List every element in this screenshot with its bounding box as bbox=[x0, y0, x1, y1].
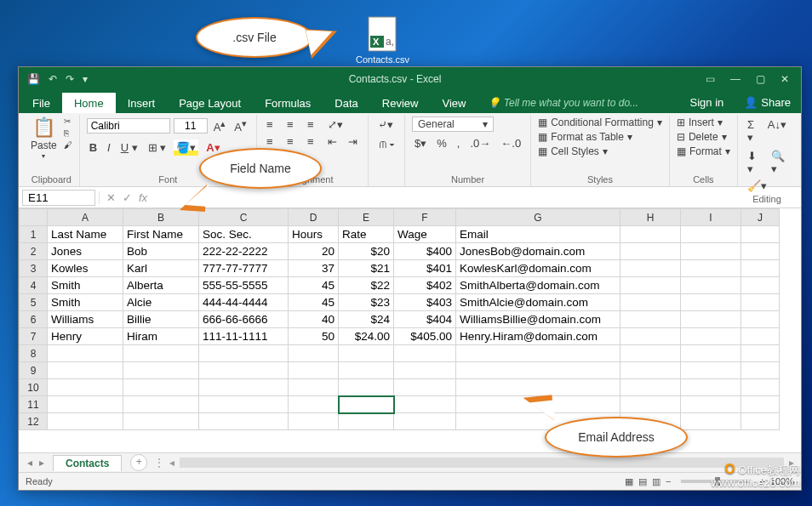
name-box[interactable] bbox=[22, 190, 95, 206]
decrease-decimal-icon[interactable]: ←.0 bbox=[498, 135, 523, 151]
cell-header[interactable]: Rate bbox=[339, 226, 394, 243]
cell[interactable] bbox=[741, 345, 780, 362]
cell[interactable]: Hiram bbox=[123, 328, 199, 345]
cell[interactable] bbox=[620, 311, 681, 328]
cell[interactable] bbox=[123, 413, 199, 430]
cell[interactable] bbox=[741, 260, 780, 277]
normal-view-icon[interactable]: ▦ bbox=[625, 476, 633, 487]
cell[interactable]: 37 bbox=[289, 260, 339, 277]
cell[interactable] bbox=[289, 379, 339, 396]
increase-font-icon[interactable]: A▴ bbox=[211, 117, 229, 135]
cell[interactable] bbox=[339, 396, 394, 413]
find-select-icon[interactable]: 🔍▾ bbox=[769, 148, 789, 177]
next-sheet-icon[interactable]: ▸ bbox=[39, 457, 44, 469]
cell[interactable] bbox=[456, 345, 620, 362]
italic-button[interactable]: I bbox=[105, 139, 113, 156]
cell[interactable] bbox=[620, 243, 681, 260]
tab-page-layout[interactable]: Page Layout bbox=[167, 93, 253, 113]
cell-header[interactable]: Wage bbox=[394, 226, 456, 243]
fx-icon[interactable]: fx bbox=[139, 191, 147, 204]
row-header-5[interactable]: 5 bbox=[20, 294, 48, 311]
cell[interactable] bbox=[741, 413, 780, 430]
cell[interactable] bbox=[394, 396, 456, 413]
cell[interactable] bbox=[620, 362, 681, 379]
cell[interactable]: $401 bbox=[394, 260, 456, 277]
zoom-out-icon[interactable]: − bbox=[666, 476, 671, 486]
cell[interactable] bbox=[123, 345, 199, 362]
cell[interactable] bbox=[681, 243, 741, 260]
cell[interactable]: SmithAlberta@domain.com bbox=[456, 277, 620, 294]
desktop-file[interactable]: Xa, Contacts.csv bbox=[356, 15, 409, 65]
cell[interactable]: 777-77-7777 bbox=[199, 260, 289, 277]
merge-center-icon[interactable]: ⫙▾ bbox=[375, 136, 397, 152]
copy-icon[interactable]: ⎘ bbox=[64, 128, 72, 138]
col-header-D[interactable]: D bbox=[289, 209, 339, 226]
cell[interactable]: $403 bbox=[394, 294, 456, 311]
cell[interactable] bbox=[681, 413, 741, 430]
font-size-input[interactable] bbox=[174, 118, 208, 134]
cell[interactable] bbox=[681, 345, 741, 362]
row-header-12[interactable]: 12 bbox=[20, 413, 48, 430]
cell[interactable] bbox=[681, 294, 741, 311]
cell-header[interactable]: Hours bbox=[289, 226, 339, 243]
col-header-B[interactable]: B bbox=[123, 209, 199, 226]
page-break-view-icon[interactable]: ▥ bbox=[652, 476, 660, 487]
qat-customize-icon[interactable]: ▾ bbox=[83, 73, 88, 85]
cancel-formula-icon[interactable]: ✕ bbox=[106, 191, 116, 204]
worksheet[interactable]: ABCDEFGHIJ1Last NameFirst NameSoc. Sec.H… bbox=[19, 208, 801, 452]
cell[interactable] bbox=[48, 413, 123, 430]
orientation-icon[interactable]: ⤢▾ bbox=[325, 117, 340, 132]
cell[interactable]: 111-11-1111 bbox=[199, 328, 289, 345]
cell[interactable] bbox=[123, 396, 199, 413]
sign-in[interactable]: Sign in bbox=[680, 92, 735, 113]
increase-decimal-icon[interactable]: .0→ bbox=[467, 135, 493, 151]
fill-icon[interactable]: ⬇ ▾ bbox=[745, 148, 764, 177]
cell[interactable] bbox=[48, 379, 123, 396]
row-header-3[interactable]: 3 bbox=[20, 260, 48, 277]
tab-data[interactable]: Data bbox=[323, 93, 369, 113]
col-header-G[interactable]: G bbox=[456, 209, 620, 226]
cell[interactable]: 444-44-4444 bbox=[199, 294, 289, 311]
cell[interactable]: KowlesKarl@domain.com bbox=[456, 260, 620, 277]
cell[interactable] bbox=[456, 379, 620, 396]
cell[interactable]: $405.00 bbox=[394, 328, 456, 345]
row-header-2[interactable]: 2 bbox=[20, 243, 48, 260]
align-center-icon[interactable]: ≡ bbox=[284, 134, 300, 149]
col-header-I[interactable]: I bbox=[681, 209, 741, 226]
row-header-10[interactable]: 10 bbox=[20, 379, 48, 396]
sort-filter-icon[interactable]: A↓▾ bbox=[765, 117, 789, 145]
select-all-cell[interactable] bbox=[20, 209, 48, 226]
insert-cells-button[interactable]: ⊞Insert ▾ bbox=[677, 117, 730, 128]
row-header-7[interactable]: 7 bbox=[20, 328, 48, 345]
sheet-tab-contacts[interactable]: Contacts bbox=[53, 455, 122, 471]
comma-icon[interactable]: , bbox=[455, 135, 463, 151]
cell[interactable] bbox=[394, 362, 456, 379]
col-header-E[interactable]: E bbox=[339, 209, 394, 226]
cell[interactable]: 666-66-6666 bbox=[199, 311, 289, 328]
cell[interactable] bbox=[741, 328, 780, 345]
decrease-indent-icon[interactable]: ⇤ bbox=[325, 134, 340, 149]
cell[interactable]: 45 bbox=[289, 277, 339, 294]
tab-review[interactable]: Review bbox=[370, 93, 431, 113]
row-header-1[interactable]: 1 bbox=[20, 226, 48, 243]
cell[interactable] bbox=[339, 362, 394, 379]
row-header-9[interactable]: 9 bbox=[20, 362, 48, 379]
cell[interactable]: JonesBob@domain.com bbox=[456, 243, 620, 260]
cell[interactable]: $24.00 bbox=[339, 328, 394, 345]
cell-header[interactable]: First Name bbox=[123, 226, 199, 243]
share-button[interactable]: 👤Share bbox=[734, 92, 801, 113]
cell[interactable] bbox=[681, 379, 741, 396]
cell[interactable] bbox=[394, 413, 456, 430]
cell[interactable]: Henry bbox=[48, 328, 123, 345]
redo-icon[interactable]: ↷ bbox=[66, 73, 74, 85]
cell[interactable]: 555-55-5555 bbox=[199, 277, 289, 294]
cell[interactable] bbox=[741, 379, 780, 396]
row-header-11[interactable]: 11 bbox=[20, 396, 48, 413]
align-left-icon[interactable]: ≡ bbox=[264, 134, 279, 149]
cell[interactable] bbox=[48, 345, 123, 362]
cell[interactable]: 40 bbox=[289, 311, 339, 328]
cell[interactable]: 20 bbox=[289, 243, 339, 260]
font-name-input[interactable] bbox=[87, 118, 170, 134]
cell[interactable] bbox=[620, 277, 681, 294]
cell[interactable] bbox=[456, 362, 620, 379]
